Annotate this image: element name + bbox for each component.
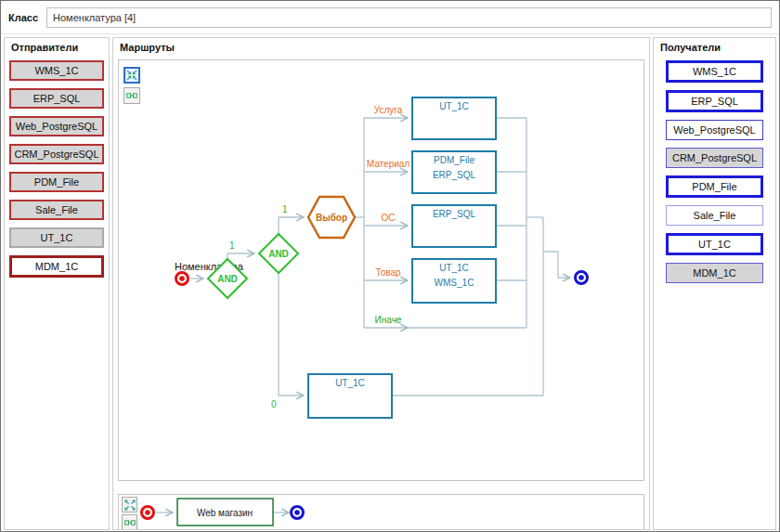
branch-label-tovar: Товар — [375, 267, 401, 278]
receiver-button-mdm-1c[interactable]: MDM_1C — [666, 263, 763, 283]
web-shop-box[interactable]: Web магазин — [177, 499, 273, 526]
main-canvas-toolbar — [124, 67, 140, 104]
choice-node[interactable]: Выбор — [308, 197, 355, 238]
class-field[interactable] — [46, 7, 772, 28]
route-box-usluga[interactable]: UT_1C — [412, 97, 496, 139]
route-box-material[interactable]: PDM_File ERP_SQL — [412, 151, 496, 193]
receiver-button-wms-1c[interactable]: WMS_1C — [666, 60, 763, 83]
route-diagram: 1 1 0 Номенклатура AND — [119, 60, 644, 478]
svg-text:PDM_File: PDM_File — [434, 155, 474, 165]
mini-canvas-toolbar — [122, 497, 137, 530]
svg-text:Выбор: Выбор — [316, 213, 347, 223]
sender-button-sale-file[interactable]: Sale_File — [9, 200, 104, 220]
svg-text:ERP_SQL: ERP_SQL — [433, 209, 476, 219]
header-divider — [1, 33, 779, 34]
compress-arrows-icon — [126, 70, 137, 81]
svg-text:UT_1C: UT_1C — [335, 378, 365, 388]
link-mode-button[interactable] — [124, 87, 140, 104]
app-window: Класс Отправители WMS_1C ERP_SQL Web_Pos… — [0, 0, 780, 532]
svg-text:Web магазин: Web магазин — [197, 508, 253, 518]
mini-route-diagram: Web магазин — [119, 495, 643, 530]
routes-panel: Маршруты — [112, 37, 650, 530]
routes-title: Маршруты — [113, 38, 649, 58]
branch-label-material: Материал — [367, 159, 410, 169]
senders-title: Отправители — [5, 38, 109, 58]
receiver-button-ut-1c[interactable]: UT_1C — [666, 233, 763, 255]
svg-text:AND: AND — [268, 249, 289, 259]
and-gate-2[interactable]: AND — [259, 234, 298, 273]
sender-button-erp-sql[interactable]: ERP_SQL — [9, 88, 104, 109]
route-box-os[interactable]: ERP_SQL — [412, 205, 496, 247]
default-route-box[interactable]: UT_1C — [308, 374, 392, 418]
receiver-button-crm-postgresql[interactable]: CRM_PostgreSQL — [666, 148, 763, 168]
start-node[interactable] — [176, 273, 188, 285]
mini-route-canvas[interactable]: Web магазин — [118, 494, 644, 530]
edge-label-2: 1 — [282, 204, 288, 214]
route-box-tovar[interactable]: UT_1C WMS_1C — [412, 259, 496, 303]
svg-text:UT_1C: UT_1C — [439, 101, 469, 111]
sender-button-mdm-1c[interactable]: MDM_1C — [9, 255, 104, 278]
sender-button-ut-1c[interactable]: UT_1C — [9, 227, 104, 248]
svg-text:UT_1C: UT_1C — [439, 263, 469, 273]
receivers-title: Получатели — [654, 38, 775, 58]
senders-panel: Отправители WMS_1C ERP_SQL Web_PostgreSQ… — [4, 37, 110, 530]
expand-arrows-icon — [124, 500, 136, 511]
mini-start-node[interactable] — [142, 507, 154, 519]
senders-list: WMS_1C ERP_SQL Web_PostgreSQL CRM_Postgr… — [5, 58, 109, 278]
class-header: Класс — [1, 1, 779, 32]
receiver-button-sale-file[interactable]: Sale_File — [666, 205, 763, 226]
edge-label-1: 1 — [229, 240, 235, 251]
branch-label-usluga: Услуга — [374, 105, 403, 115]
panels-row: Отправители WMS_1C ERP_SQL Web_PostgreSQ… — [4, 37, 776, 530]
main-route-canvas[interactable]: 1 1 0 Номенклатура AND — [118, 59, 644, 481]
end-node[interactable] — [576, 272, 588, 284]
receivers-list: WMS_1C ERP_SQL Web_PostgreSQL CRM_Postgr… — [654, 58, 775, 283]
receiver-button-pdm-file[interactable]: PDM_File — [666, 175, 763, 198]
link-mode-button[interactable] — [122, 514, 137, 530]
fit-diagram-button[interactable] — [124, 67, 140, 84]
edge-label-0: 0 — [271, 399, 277, 409]
svg-text:WMS_1C: WMS_1C — [435, 278, 474, 288]
svg-text:ERP_SQL: ERP_SQL — [433, 170, 476, 180]
sender-button-wms-1c[interactable]: WMS_1C — [9, 60, 104, 81]
branch-label-inache: Иначе — [375, 315, 402, 325]
expand-diagram-button[interactable] — [122, 497, 137, 513]
link-icon — [126, 90, 137, 101]
sender-button-pdm-file[interactable]: PDM_File — [9, 172, 104, 192]
class-label: Класс — [8, 12, 38, 23]
sender-button-crm-postgresql[interactable]: CRM_PostgreSQL — [9, 144, 104, 164]
svg-text:AND: AND — [217, 274, 238, 284]
link-icon — [124, 517, 136, 528]
sender-button-web-postgresql[interactable]: Web_PostgreSQL — [9, 116, 104, 136]
receiver-button-web-postgresql[interactable]: Web_PostgreSQL — [666, 120, 763, 140]
mini-end-node[interactable] — [292, 507, 304, 519]
branch-label-os: ОС — [382, 213, 396, 223]
receivers-panel: Получатели WMS_1C ERP_SQL Web_PostgreSQL… — [653, 37, 776, 530]
receiver-button-erp-sql[interactable]: ERP_SQL — [666, 90, 763, 112]
